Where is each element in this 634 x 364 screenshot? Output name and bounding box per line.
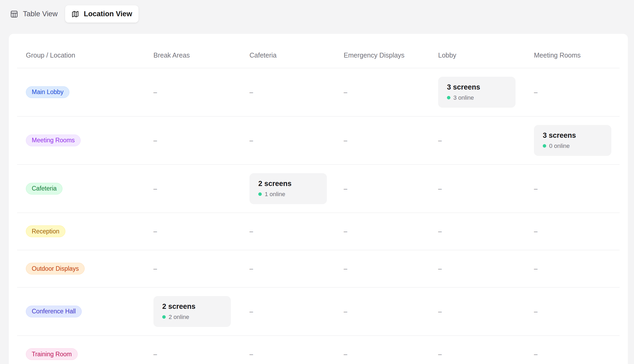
table-row-main-lobby: Main Lobby – – – 3 screens 3 online – [17, 68, 620, 116]
column-header-group-location: Group / Location [17, 34, 145, 68]
column-header-break-areas: Break Areas [145, 34, 241, 68]
cell-empty: – [438, 228, 442, 235]
column-header-emergency-displays: Emergency Displays [335, 34, 429, 68]
cell-empty: – [344, 88, 347, 96]
map-icon [72, 10, 79, 18]
cell-empty: – [534, 350, 537, 358]
cell-empty: – [344, 308, 347, 315]
group-badge-main-lobby[interactable]: Main Lobby [26, 86, 69, 98]
table-row-training-room: Training Room – – – – – [17, 335, 620, 364]
location-matrix-table: Group / Location Break Areas Cafeteria E… [17, 34, 620, 364]
screen-count-card[interactable]: 2 screens 2 online [153, 296, 231, 327]
cell-empty: – [438, 265, 442, 272]
tab-location-view-label: Location View [84, 10, 132, 18]
cell-empty: – [438, 308, 442, 315]
cell-empty: – [438, 185, 442, 192]
cell-empty: – [438, 137, 442, 144]
screen-count: 2 screens [162, 301, 222, 312]
screen-count: 2 screens [258, 179, 318, 189]
table-icon [10, 10, 18, 18]
table-row-meeting-rooms: Meeting Rooms – – – – 3 screens 0 online [17, 116, 620, 164]
table-row-cafeteria: Cafeteria – 2 screens 1 online – – – [17, 164, 620, 213]
cell-empty: – [153, 185, 157, 192]
cell-empty: – [344, 265, 347, 272]
cell-empty: – [153, 88, 157, 96]
cell-empty: – [153, 228, 157, 235]
screen-count-card[interactable]: 2 screens 1 online [249, 173, 327, 204]
cell-empty: – [249, 228, 253, 235]
header-row: Group / Location Break Areas Cafeteria E… [17, 34, 620, 68]
cell-empty: – [153, 265, 157, 272]
screen-count: 3 screens [543, 130, 603, 140]
view-toggle: Table View Location View [0, 0, 634, 23]
column-header-cafeteria: Cafeteria [241, 34, 335, 68]
cell-empty: – [344, 228, 347, 235]
location-matrix-panel: Group / Location Break Areas Cafeteria E… [9, 34, 628, 364]
cell-empty: – [344, 185, 347, 192]
cell-empty: – [438, 350, 442, 358]
table-row-outdoor-displays: Outdoor Displays – – – – – [17, 250, 620, 287]
cell-empty: – [534, 185, 537, 192]
online-status-dot [162, 315, 166, 319]
cell-empty: – [534, 308, 537, 315]
screen-count-card[interactable]: 3 screens 0 online [534, 125, 611, 156]
online-count: 3 online [453, 94, 474, 102]
online-status-dot [258, 192, 262, 196]
table-row-conference-hall: Conference Hall 2 screens 2 online – – –… [17, 287, 620, 335]
tab-table-view-label: Table View [23, 10, 58, 18]
cell-empty: – [534, 88, 537, 96]
cell-empty: – [249, 88, 253, 96]
cell-empty: – [534, 265, 537, 272]
online-status-dot [543, 144, 546, 148]
group-badge-meeting-rooms[interactable]: Meeting Rooms [26, 135, 81, 146]
online-count: 2 online [169, 313, 189, 321]
screen-count-card[interactable]: 3 screens 3 online [438, 77, 516, 108]
online-status-dot [447, 96, 450, 99]
cell-empty: – [249, 137, 253, 144]
cell-empty: – [249, 265, 253, 272]
tab-location-view[interactable]: Location View [65, 5, 138, 23]
group-badge-reception[interactable]: Reception [26, 225, 65, 237]
cell-empty: – [344, 137, 347, 144]
tab-table-view[interactable]: Table View [4, 5, 64, 23]
column-header-lobby: Lobby [429, 34, 525, 68]
cell-empty: – [249, 308, 253, 315]
group-badge-conference-hall[interactable]: Conference Hall [26, 306, 82, 317]
cell-empty: – [153, 350, 157, 358]
group-badge-outdoor-displays[interactable]: Outdoor Displays [26, 263, 85, 274]
cell-empty: – [249, 350, 253, 358]
online-count: 1 online [265, 190, 285, 198]
column-header-meeting-rooms: Meeting Rooms [525, 34, 620, 68]
screen-count: 3 screens [447, 82, 507, 92]
cell-empty: – [534, 228, 537, 235]
online-count: 0 online [549, 142, 570, 150]
cell-empty: – [153, 137, 157, 144]
cell-empty: – [344, 350, 347, 358]
group-badge-cafeteria[interactable]: Cafeteria [26, 183, 62, 195]
table-row-reception: Reception – – – – – [17, 213, 620, 250]
group-badge-training-room[interactable]: Training Room [26, 348, 78, 360]
